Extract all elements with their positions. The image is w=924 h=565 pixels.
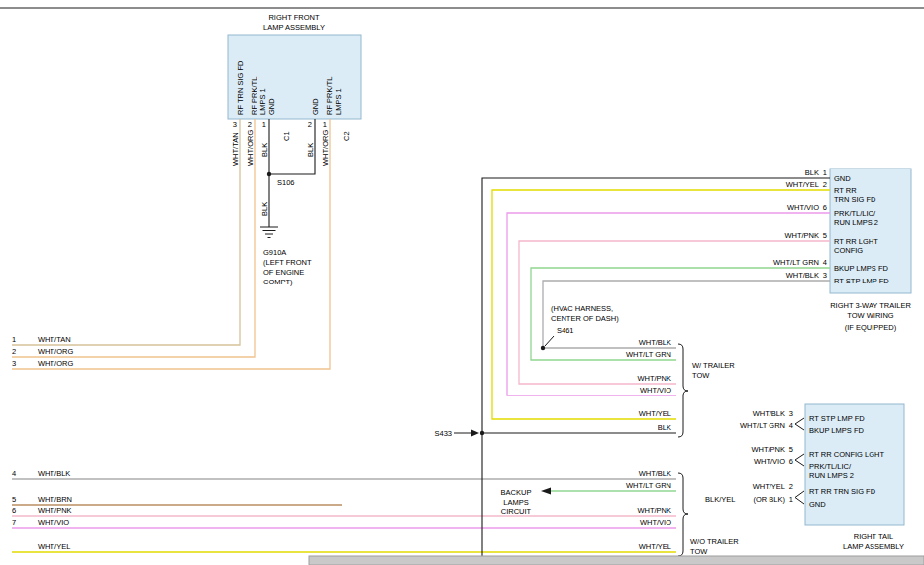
tail-pin-pair-bracket-3-4 [795,418,804,430]
splice-labels: (HVAC HARNESS, CENTER OF DASH) S461 S433 [434,304,619,438]
ground-location-line3: COMPT) [263,278,293,286]
front-pin-label-lmps-2: LMPS 1 [334,88,343,115]
wire-label: BLK [805,169,819,177]
trailer-tow-caption-line1: RIGHT 3-WAY TRAILER [830,301,911,310]
wire-label-wht-tan-vertical: WHT/TAN [231,132,240,166]
pin-function-label: RT RR CONFIG LGHT [809,450,884,459]
front-pin-label-trn-sig: RF TRN SIG FD [236,60,245,115]
front-pin-number: 2 [248,120,252,129]
pin-function-label: RUN LMPS 2 [809,471,854,480]
pin-number: 4 [789,421,793,430]
pin-number: 3 [823,271,827,280]
without-trailer-tow-tag-line1: W/O TRAILER [690,537,739,546]
row-number: 4 [12,469,16,478]
splice-label-s461: S461 [557,326,574,335]
wire-label: WHT/YEL [639,409,671,418]
s433-arrowhead-icon [471,430,479,437]
pin-number: 6 [789,457,793,466]
connector-label-c1: C1 [282,131,291,141]
horizontal-scrollbar-thumb[interactable] [309,556,924,565]
wire-label-blk-vertical-c2: BLK [306,143,315,157]
pin-function-label: RT RR [834,186,857,195]
front-lamp-wires [12,119,330,369]
connector-label-c2: C2 [342,131,351,141]
row-number: 1 [12,335,16,344]
tail-pin-pair-bracket-2-1 [795,491,804,504]
wire-label: WHT/YEL [38,542,70,551]
wire-label: WHT/VIO [787,203,819,212]
tail-pin-pair-bracket-5-6 [795,454,804,466]
ground-location-line2: OF ENGINE [263,268,304,277]
wire-label: BLK [658,423,671,432]
wire-label: WHT/YEL [786,180,819,189]
without-trailer-tow-tag-line2: TOW [690,547,708,556]
pin-number: 5 [823,231,827,240]
splice-label-s106: S106 [277,178,295,187]
with-trailer-tow-group-labels: WHT/BLK WHT/LT GRN WHT/PNK WHT/VIO WHT/Y… [626,338,735,432]
wire-label: WHT/BLK [639,469,671,478]
splice-dot-s106 [267,172,271,176]
pin-number: 2 [789,482,793,491]
front-pin-label-gnd-c2: GND [311,98,320,115]
row-number: 7 [12,518,16,527]
pin-function-label: GND [834,174,851,183]
wire-label: WHT/TAN [38,335,71,344]
wire-label: WHT/BLK [639,338,671,347]
s461-note-line2: CENTER OF DASH) [551,314,619,323]
pin-function-label: RT STP LMP FD [809,414,865,423]
splice-dot-s461 [541,346,545,350]
pin-function-label: BKUP LMPS FD [834,264,888,273]
pin-function-label: CONFIG [834,246,863,255]
without-trailer-tow-brace [678,473,688,556]
left-row-labels: 1 WHT/TAN 2 WHT/ORG 3 WHT/ORG 4 WHT/BLK … [12,335,73,551]
wire-label: WHT/YEL [753,482,785,491]
row-number: 6 [12,507,16,515]
wire-label: WHT/LT GRN [626,481,671,490]
front-pin-label-prk-tl-2: RF PRK/TL [325,77,334,115]
front-pin-number: 2 [308,120,312,129]
wire-label: WHT/PNK [637,507,671,515]
wiring-diagram-svg: RIGHT FRONT LAMP ASSEMBLY RF TRN SIG FD … [0,0,924,565]
wire-label: WHT/VIO [38,518,69,527]
pin-number: 1 [823,169,827,177]
pin-number: 5 [789,445,793,454]
front-lamp-title-line1: RIGHT FRONT [268,13,320,22]
wire-label-blk-vertical-c1: BLK [260,143,269,157]
backup-lamps-circuit-line2: LAMPS [503,498,528,507]
pin-number: 6 [823,203,827,212]
trailer-tow-caption-line2: TOW WIRING [847,311,894,320]
wire-label: WHT/PNK [637,374,671,383]
front-pin-label-prk-tl-1: RF PRK/TL [250,77,258,115]
pin-function-label: PRK/TL/LIC/ [809,462,852,471]
wire-label-wht-org-vertical: WHT/ORG [246,130,255,166]
wire-label: WHT/LT GRN [626,350,671,359]
wire-label: WHT/ORG [38,359,73,368]
front-pin-number: 1 [323,120,327,129]
pin-number: 2 [823,180,827,189]
pin-function-label: RUN LMPS 2 [834,218,878,227]
wire-label: WHT/YEL [639,542,671,551]
front-pin-label-gnd-c1: GND [267,98,276,115]
pin-function-label: PRK/TL/LIC/ [834,209,876,218]
pin-function-label: RT STP LMP FD [834,277,889,285]
wire-label: WHT/BRN [38,495,72,504]
wire-label: WHT/LT GRN [740,421,785,430]
wiring-diagram-canvas: RIGHT FRONT LAMP ASSEMBLY RF TRN SIG FD … [0,0,924,565]
with-trailer-tow-tag-line2: TOW [692,371,710,380]
wire-label-blk-ground: BLK [260,202,269,216]
wire-label: BLK/YEL [705,495,735,504]
with-trailer-tow-tag-line1: W/ TRAILER [692,361,735,370]
tail-lamp-caption-line2: LAMP ASSEMBLY [843,542,904,551]
s461-leader-line [545,336,554,346]
without-trailer-tow-group-labels: WHT/BLK WHT/LT GRN WHT/PNK WHT/VIO WHT/Y… [501,469,740,556]
pin-number: 1 [789,495,793,504]
wire-label: WHT/VIO [754,457,785,466]
wire-wht-org-c2 [12,119,330,369]
wire-label: WHT/BLK [786,271,819,280]
pin-function-label: TRN SIG FD [834,195,876,204]
wire-label: WHT/VIO [640,386,671,395]
ground-location-line1: (LEFT FRONT [263,258,312,267]
wire-label: WHT/PNK [784,231,819,240]
wire-label: WHT/BLK [753,409,785,418]
ground-label-g910a: G910A [263,248,286,257]
